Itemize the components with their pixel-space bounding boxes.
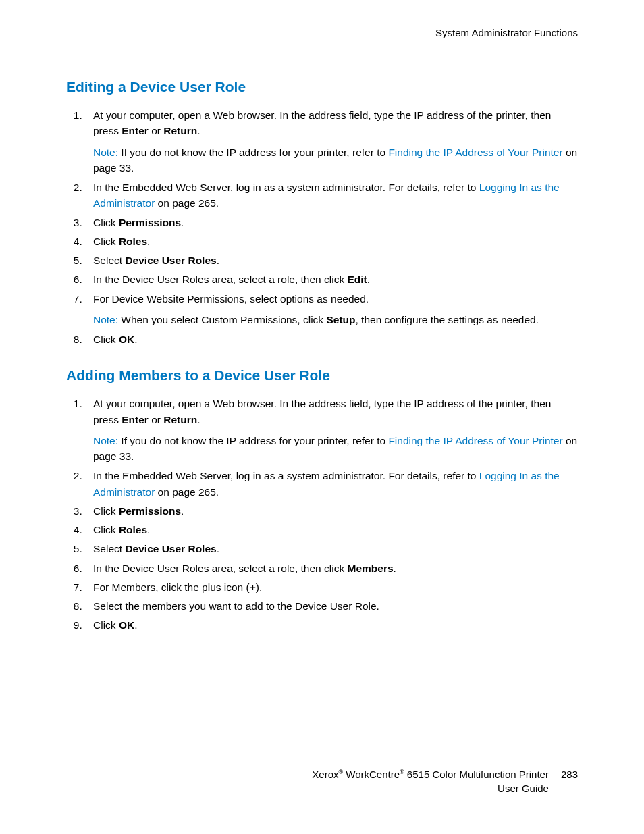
step-bold: OK — [119, 619, 134, 631]
step-text: . — [147, 524, 150, 536]
step-text: . — [197, 125, 200, 136]
step-bold: Roles — [119, 236, 147, 247]
step-text: . — [147, 236, 150, 247]
footer-text: User Guide — [498, 783, 549, 794]
note-label: Note: — [93, 147, 121, 158]
step-bold: Device User Roles — [125, 255, 216, 266]
document-page: System Administrator Functions Editing a… — [0, 0, 644, 633]
step-text: . — [217, 543, 219, 554]
step-text: . — [134, 619, 137, 631]
note-text: When you select Custom Permissions, clic… — [121, 314, 326, 325]
footer-product-line: Xerox® WorkCentre® 6515 Color Multifunct… — [312, 767, 578, 782]
step-item: Click OK. — [85, 617, 578, 633]
step-bold: OK — [119, 334, 134, 345]
step-bold: Enter — [122, 414, 149, 425]
step-item: At your computer, open a Web browser. In… — [85, 107, 578, 176]
step-text: In the Embedded Web Server, log in as a … — [93, 470, 479, 481]
footer-text: 6515 Color Multifunction Printer — [404, 768, 549, 780]
step-text: . — [181, 217, 184, 228]
step-item: In the Embedded Web Server, log in as a … — [85, 180, 578, 211]
step-bold: Return — [163, 414, 197, 425]
step-text: Click — [93, 524, 119, 536]
footer-guide-line: User Guide283 — [312, 781, 578, 796]
step-text: . — [217, 255, 219, 266]
header-section-name: System Administrator Functions — [66, 27, 578, 38]
step-item: Select Device User Roles. — [85, 253, 578, 268]
step-bold: Edit — [347, 273, 367, 285]
step-item: In the Embedded Web Server, log in as a … — [85, 468, 578, 500]
page-footer: Xerox® WorkCentre® 6515 Color Multifunct… — [312, 767, 578, 797]
registered-icon: ® — [400, 768, 404, 775]
step-item: Click Permissions. — [85, 215, 578, 230]
step-text: Click — [93, 619, 119, 631]
step-text: In the Embedded Web Server, log in as a … — [93, 182, 479, 193]
step-bold: + — [250, 581, 256, 593]
link-finding-ip[interactable]: Finding the IP Address of Your Printer — [388, 435, 562, 446]
step-item: For Members, click the plus icon (+). — [85, 579, 578, 595]
section-heading-editing: Editing a Device User Role — [66, 79, 578, 95]
step-text: or — [149, 125, 163, 136]
link-finding-ip[interactable]: Finding the IP Address of Your Printer — [388, 147, 562, 158]
step-text: For Members, click the plus icon ( — [93, 581, 250, 593]
step-text: Select the members you want to add to th… — [93, 600, 379, 612]
step-bold: Members — [347, 563, 393, 574]
note-block: Note: When you select Custom Permissions… — [93, 312, 578, 328]
footer-text: WorkCentre — [343, 768, 400, 780]
step-item: Click OK. — [85, 332, 578, 347]
step-text: Click — [93, 505, 119, 517]
step-text: . — [197, 414, 200, 425]
note-label: Note: — [93, 314, 121, 325]
note-bold: Setup — [326, 314, 355, 325]
step-text: . — [394, 563, 396, 574]
step-item: Select the members you want to add to th… — [85, 598, 578, 614]
note-block: Note: If you do not know the IP address … — [93, 433, 578, 465]
step-text: In the Device User Roles area, select a … — [93, 563, 347, 574]
step-text: For Device Website Permissions, select o… — [93, 293, 369, 305]
step-item: In the Device User Roles area, select a … — [85, 271, 578, 287]
step-text: Select — [93, 543, 125, 554]
step-text: . — [181, 505, 184, 517]
step-text: Click — [93, 236, 119, 247]
note-label: Note: — [93, 435, 121, 446]
step-item: Click Permissions. — [85, 503, 578, 519]
step-item: At your computer, open a Web browser. In… — [85, 396, 578, 464]
step-text: ). — [256, 581, 262, 593]
step-item: Select Device User Roles. — [85, 541, 578, 556]
step-text: In the Device User Roles area, select a … — [93, 273, 347, 285]
step-text: Select — [93, 255, 125, 266]
steps-list-editing: At your computer, open a Web browser. In… — [66, 107, 578, 347]
section-heading-adding: Adding Members to a Device User Role — [66, 367, 578, 384]
step-item: Click Roles. — [85, 522, 578, 538]
step-bold: Return — [163, 125, 197, 136]
step-bold: Enter — [122, 125, 149, 136]
page-number: 283 — [561, 767, 578, 782]
steps-list-adding: At your computer, open a Web browser. In… — [66, 396, 578, 633]
step-item: Click Roles. — [85, 234, 578, 249]
step-text: Click — [93, 217, 119, 228]
step-text: or — [149, 414, 163, 425]
step-item: For Device Website Permissions, select o… — [85, 291, 578, 328]
step-bold: Roles — [119, 524, 147, 536]
step-item: In the Device User Roles area, select a … — [85, 561, 578, 576]
footer-text: Xerox — [312, 768, 338, 780]
step-bold: Permissions — [119, 217, 181, 228]
note-text: , then configure the settings as needed. — [356, 314, 539, 325]
step-text: on page 265. — [155, 486, 219, 498]
step-bold: Permissions — [119, 505, 181, 517]
note-text: If you do not know the IP address for yo… — [121, 435, 388, 446]
note-block: Note: If you do not know the IP address … — [93, 145, 578, 176]
note-text: If you do not know the IP address for yo… — [121, 147, 388, 158]
step-text: Click — [93, 334, 119, 345]
step-text: on page 265. — [155, 197, 219, 209]
step-text: . — [134, 334, 137, 345]
step-text: . — [367, 273, 370, 285]
step-bold: Device User Roles — [125, 543, 216, 554]
